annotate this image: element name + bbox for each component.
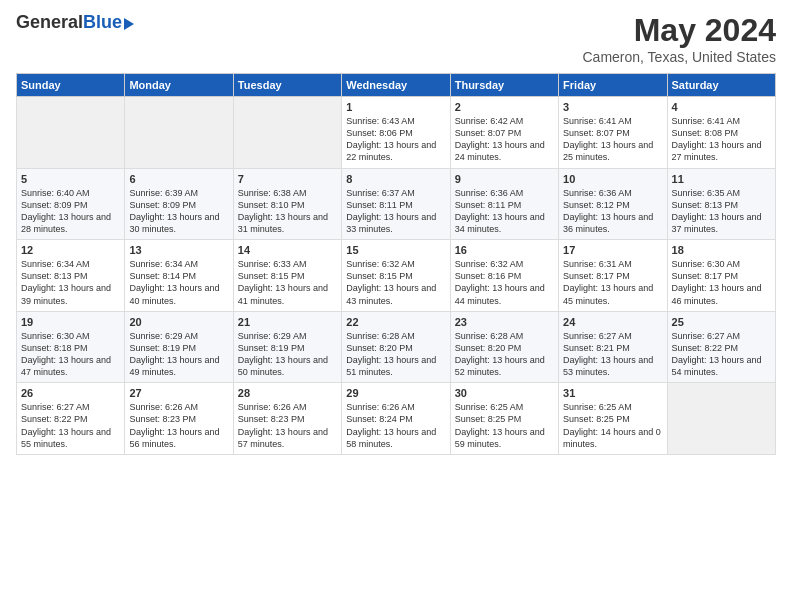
header: General Blue May 2024 Cameron, Texas, Un…: [16, 12, 776, 65]
day-info: Sunrise: 6:26 AMSunset: 8:23 PMDaylight:…: [238, 401, 337, 450]
day-number: 30: [455, 387, 554, 399]
calendar-cell: 14Sunrise: 6:33 AMSunset: 8:15 PMDayligh…: [233, 240, 341, 312]
column-header-friday: Friday: [559, 74, 667, 97]
calendar-cell: 18Sunrise: 6:30 AMSunset: 8:17 PMDayligh…: [667, 240, 775, 312]
calendar-cell: 12Sunrise: 6:34 AMSunset: 8:13 PMDayligh…: [17, 240, 125, 312]
calendar-cell: 7Sunrise: 6:38 AMSunset: 8:10 PMDaylight…: [233, 168, 341, 240]
day-number: 19: [21, 316, 120, 328]
logo: General Blue: [16, 12, 134, 33]
column-header-sunday: Sunday: [17, 74, 125, 97]
calendar-cell: 9Sunrise: 6:36 AMSunset: 8:11 PMDaylight…: [450, 168, 558, 240]
week-row-3: 19Sunrise: 6:30 AMSunset: 8:18 PMDayligh…: [17, 311, 776, 383]
calendar-cell: 11Sunrise: 6:35 AMSunset: 8:13 PMDayligh…: [667, 168, 775, 240]
calendar-cell: 28Sunrise: 6:26 AMSunset: 8:23 PMDayligh…: [233, 383, 341, 455]
day-number: 2: [455, 101, 554, 113]
calendar-cell: 8Sunrise: 6:37 AMSunset: 8:11 PMDaylight…: [342, 168, 450, 240]
day-info: Sunrise: 6:30 AMSunset: 8:18 PMDaylight:…: [21, 330, 120, 379]
page: General Blue May 2024 Cameron, Texas, Un…: [0, 0, 792, 612]
calendar-cell: 2Sunrise: 6:42 AMSunset: 8:07 PMDaylight…: [450, 97, 558, 169]
day-number: 31: [563, 387, 662, 399]
day-info: Sunrise: 6:39 AMSunset: 8:09 PMDaylight:…: [129, 187, 228, 236]
calendar-cell: 24Sunrise: 6:27 AMSunset: 8:21 PMDayligh…: [559, 311, 667, 383]
calendar-cell: 15Sunrise: 6:32 AMSunset: 8:15 PMDayligh…: [342, 240, 450, 312]
day-number: 27: [129, 387, 228, 399]
week-row-2: 12Sunrise: 6:34 AMSunset: 8:13 PMDayligh…: [17, 240, 776, 312]
day-info: Sunrise: 6:31 AMSunset: 8:17 PMDaylight:…: [563, 258, 662, 307]
day-info: Sunrise: 6:41 AMSunset: 8:07 PMDaylight:…: [563, 115, 662, 164]
main-title: May 2024: [582, 12, 776, 49]
week-row-4: 26Sunrise: 6:27 AMSunset: 8:22 PMDayligh…: [17, 383, 776, 455]
day-info: Sunrise: 6:42 AMSunset: 8:07 PMDaylight:…: [455, 115, 554, 164]
title-block: May 2024 Cameron, Texas, United States: [582, 12, 776, 65]
day-info: Sunrise: 6:25 AMSunset: 8:25 PMDaylight:…: [455, 401, 554, 450]
calendar-cell: [667, 383, 775, 455]
calendar-cell: 21Sunrise: 6:29 AMSunset: 8:19 PMDayligh…: [233, 311, 341, 383]
calendar-cell: 30Sunrise: 6:25 AMSunset: 8:25 PMDayligh…: [450, 383, 558, 455]
day-number: 1: [346, 101, 445, 113]
day-number: 4: [672, 101, 771, 113]
calendar-cell: 10Sunrise: 6:36 AMSunset: 8:12 PMDayligh…: [559, 168, 667, 240]
calendar-cell: 13Sunrise: 6:34 AMSunset: 8:14 PMDayligh…: [125, 240, 233, 312]
day-info: Sunrise: 6:33 AMSunset: 8:15 PMDaylight:…: [238, 258, 337, 307]
calendar-cell: 6Sunrise: 6:39 AMSunset: 8:09 PMDaylight…: [125, 168, 233, 240]
calendar-cell: 5Sunrise: 6:40 AMSunset: 8:09 PMDaylight…: [17, 168, 125, 240]
calendar-cell: 27Sunrise: 6:26 AMSunset: 8:23 PMDayligh…: [125, 383, 233, 455]
calendar-table: SundayMondayTuesdayWednesdayThursdayFrid…: [16, 73, 776, 455]
day-info: Sunrise: 6:28 AMSunset: 8:20 PMDaylight:…: [455, 330, 554, 379]
column-header-wednesday: Wednesday: [342, 74, 450, 97]
day-info: Sunrise: 6:27 AMSunset: 8:22 PMDaylight:…: [672, 330, 771, 379]
day-info: Sunrise: 6:27 AMSunset: 8:22 PMDaylight:…: [21, 401, 120, 450]
day-info: Sunrise: 6:41 AMSunset: 8:08 PMDaylight:…: [672, 115, 771, 164]
calendar-header: SundayMondayTuesdayWednesdayThursdayFrid…: [17, 74, 776, 97]
calendar-cell: 16Sunrise: 6:32 AMSunset: 8:16 PMDayligh…: [450, 240, 558, 312]
day-number: 26: [21, 387, 120, 399]
day-number: 12: [21, 244, 120, 256]
column-header-saturday: Saturday: [667, 74, 775, 97]
day-number: 25: [672, 316, 771, 328]
calendar-cell: 25Sunrise: 6:27 AMSunset: 8:22 PMDayligh…: [667, 311, 775, 383]
day-info: Sunrise: 6:40 AMSunset: 8:09 PMDaylight:…: [21, 187, 120, 236]
day-info: Sunrise: 6:29 AMSunset: 8:19 PMDaylight:…: [238, 330, 337, 379]
day-number: 17: [563, 244, 662, 256]
calendar-cell: 20Sunrise: 6:29 AMSunset: 8:19 PMDayligh…: [125, 311, 233, 383]
calendar-cell: 22Sunrise: 6:28 AMSunset: 8:20 PMDayligh…: [342, 311, 450, 383]
logo-general: General: [16, 12, 83, 33]
day-number: 18: [672, 244, 771, 256]
calendar-cell: 23Sunrise: 6:28 AMSunset: 8:20 PMDayligh…: [450, 311, 558, 383]
day-number: 3: [563, 101, 662, 113]
day-number: 14: [238, 244, 337, 256]
day-number: 10: [563, 173, 662, 185]
day-info: Sunrise: 6:34 AMSunset: 8:14 PMDaylight:…: [129, 258, 228, 307]
calendar-cell: 29Sunrise: 6:26 AMSunset: 8:24 PMDayligh…: [342, 383, 450, 455]
day-number: 6: [129, 173, 228, 185]
calendar-cell: [17, 97, 125, 169]
day-info: Sunrise: 6:28 AMSunset: 8:20 PMDaylight:…: [346, 330, 445, 379]
logo-blue: Blue: [83, 12, 122, 33]
day-info: Sunrise: 6:32 AMSunset: 8:15 PMDaylight:…: [346, 258, 445, 307]
calendar-cell: 26Sunrise: 6:27 AMSunset: 8:22 PMDayligh…: [17, 383, 125, 455]
logo-text: General Blue: [16, 12, 134, 33]
week-row-0: 1Sunrise: 6:43 AMSunset: 8:06 PMDaylight…: [17, 97, 776, 169]
day-number: 11: [672, 173, 771, 185]
day-number: 13: [129, 244, 228, 256]
day-number: 20: [129, 316, 228, 328]
day-info: Sunrise: 6:25 AMSunset: 8:25 PMDaylight:…: [563, 401, 662, 450]
subtitle: Cameron, Texas, United States: [582, 49, 776, 65]
header-row: SundayMondayTuesdayWednesdayThursdayFrid…: [17, 74, 776, 97]
day-info: Sunrise: 6:36 AMSunset: 8:11 PMDaylight:…: [455, 187, 554, 236]
column-header-tuesday: Tuesday: [233, 74, 341, 97]
day-info: Sunrise: 6:29 AMSunset: 8:19 PMDaylight:…: [129, 330, 228, 379]
day-info: Sunrise: 6:35 AMSunset: 8:13 PMDaylight:…: [672, 187, 771, 236]
day-info: Sunrise: 6:26 AMSunset: 8:24 PMDaylight:…: [346, 401, 445, 450]
day-number: 7: [238, 173, 337, 185]
day-number: 24: [563, 316, 662, 328]
day-number: 22: [346, 316, 445, 328]
day-info: Sunrise: 6:34 AMSunset: 8:13 PMDaylight:…: [21, 258, 120, 307]
day-number: 23: [455, 316, 554, 328]
day-number: 16: [455, 244, 554, 256]
calendar-cell: 4Sunrise: 6:41 AMSunset: 8:08 PMDaylight…: [667, 97, 775, 169]
day-number: 21: [238, 316, 337, 328]
day-info: Sunrise: 6:43 AMSunset: 8:06 PMDaylight:…: [346, 115, 445, 164]
calendar-cell: 1Sunrise: 6:43 AMSunset: 8:06 PMDaylight…: [342, 97, 450, 169]
day-info: Sunrise: 6:37 AMSunset: 8:11 PMDaylight:…: [346, 187, 445, 236]
